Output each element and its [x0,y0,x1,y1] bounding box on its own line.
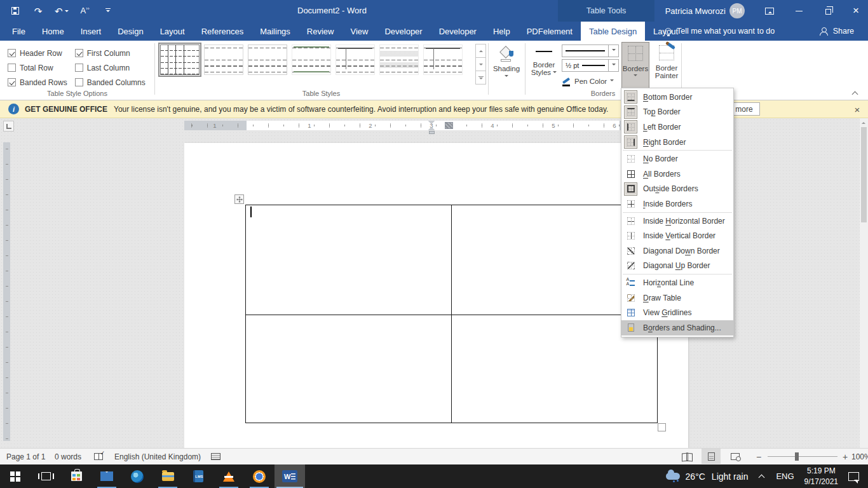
menu-item-bottom-border[interactable]: Bottom Border [621,90,733,105]
save-button[interactable] [9,3,22,18]
zoom-level[interactable]: 100% [851,449,868,464]
line-style-combobox[interactable] [562,44,619,57]
ribbon-display-options-button[interactable] [759,0,780,22]
share-button[interactable]: Share [820,22,854,41]
tab-references[interactable]: References [193,22,252,41]
line-style-dropdown-button[interactable] [608,45,618,57]
style-option-first-column[interactable]: First Column [75,46,146,60]
vertical-scrollbar[interactable] [860,118,868,448]
customize-qat-button[interactable] [102,3,114,18]
table-style-thumbnail-plain[interactable] [204,44,243,75]
table-style-thumbnail-grid[interactable] [160,44,200,75]
undo-button[interactable]: ↶ [55,3,69,18]
menu-item-horizontal-line[interactable]: Horizontal Line [621,275,733,290]
language-indicator[interactable]: English (United Kingdom) [114,449,201,464]
gallery-scroll-up-button[interactable] [475,44,486,58]
read-mode-button[interactable] [677,449,696,464]
menu-item-outside-borders[interactable]: Outside Borders [621,182,733,197]
macro-recording-button[interactable] [211,449,220,464]
table-style-thumbnail-banded[interactable] [379,44,419,75]
menu-item-draw-table[interactable]: Draw Table [621,290,733,306]
line-weight-dropdown-button[interactable] [608,60,618,71]
taskbar-browser-button[interactable] [244,464,275,488]
taskbar-word-button[interactable]: W [275,464,305,488]
tab-developer[interactable]: Developer [376,22,430,41]
tab-layout[interactable]: Layout [152,22,193,41]
print-layout-button[interactable] [702,449,721,464]
tab-help[interactable]: Help [485,22,519,41]
horizontal-ruler[interactable]: 1123456 [184,121,688,130]
menu-item-top-border[interactable]: Top Border [621,105,733,120]
table-style-thumbnail-plain-dense[interactable] [248,44,287,75]
checkbox-banded-columns[interactable] [75,78,83,86]
menu-item-no-border[interactable]: No Border [621,151,733,166]
show-hidden-icons-button[interactable] [759,474,764,479]
taskbar-vlc-button[interactable] [214,464,244,488]
clock[interactable]: 5:19 PM 9/17/2021 [804,466,838,486]
style-option-last-column[interactable]: Last Column [75,60,146,75]
table-style-thumbnail-header-left[interactable] [336,44,375,75]
proofing-button[interactable] [94,449,103,464]
tab-developer[interactable]: Developer [431,22,485,41]
style-option-banded-rows[interactable]: Banded Rows [8,75,67,90]
menu-item-all-borders[interactable]: All Borders [621,166,733,182]
zoom-slider-thumb[interactable] [795,452,799,461]
checkbox-header-row[interactable] [8,49,16,57]
checkbox-first-column[interactable] [75,49,83,57]
web-layout-button[interactable] [726,449,745,464]
border-styles-button[interactable]: Border Styles [529,44,559,97]
page-indicator[interactable]: Page 1 of 1 [6,449,45,464]
taskbar-store-button[interactable] [61,464,92,488]
table-column-divider[interactable] [451,205,452,423]
taskbar-start-button[interactable] [0,464,31,488]
style-option-banded-columns[interactable]: Banded Columns [75,75,146,90]
action-center-icon[interactable] [848,472,859,481]
checkbox-last-column[interactable] [75,64,83,72]
tab-home[interactable]: Home [34,22,72,41]
gallery-scroll-down-button[interactable] [475,57,486,71]
tab-insert[interactable]: Insert [72,22,110,41]
taskbar-edge-button[interactable] [122,464,153,488]
menu-item-borders-and-shading[interactable]: Borders and Shading... [621,320,733,336]
tab-table-design[interactable]: Table Design [581,22,645,41]
weather-widget[interactable]: 26°C Light rain [686,471,749,482]
taskbar-file-explorer-button[interactable] [153,464,183,488]
input-language-indicator[interactable]: ENG [776,471,794,481]
menu-item-diagonal-up-border[interactable]: Diagonal Up Border [621,259,733,274]
tell-me-box[interactable]: Tell me what you want to do [665,22,775,41]
zoom-slider-track[interactable] [768,456,837,457]
pen-color-button[interactable]: Pen Color [562,75,614,88]
tab-review[interactable]: Review [299,22,342,41]
read-aloud-button[interactable]: A›› [79,3,92,18]
table-row-divider[interactable] [245,315,657,315]
user-avatar[interactable]: PM [729,3,745,18]
menu-item-inside-vertical-border[interactable]: Inside Vertical Border [621,228,733,243]
zoom-in-button[interactable]: + [843,449,848,464]
table-style-thumbnail-header-left-2[interactable] [423,44,463,75]
menu-item-right-border[interactable]: Right Border [621,135,733,150]
document-page[interactable] [184,143,688,448]
menu-item-left-border[interactable]: Left Border [621,119,733,135]
checkbox-total-row[interactable] [8,64,16,72]
style-option-total-row[interactable]: Total Row [8,60,67,75]
indent-markers[interactable] [428,121,435,134]
tab-view[interactable]: View [342,22,376,41]
checkbox-banded-rows[interactable] [8,78,16,86]
menu-item-inside-borders[interactable]: Inside Borders [621,196,733,212]
tab-selector-box[interactable] [3,121,14,132]
line-weight-combobox[interactable]: ½ pt [562,59,619,72]
table-resize-handle[interactable] [658,423,666,431]
word-count[interactable]: 0 words [55,449,81,464]
vertical-ruler[interactable] [3,142,10,441]
tab-file[interactable]: File [4,22,34,41]
table-style-thumbnail-lines[interactable] [292,44,331,75]
tab-mailings[interactable]: Mailings [252,22,299,41]
scrollbar-thumb[interactable] [861,127,867,222]
collapse-ribbon-button[interactable] [851,91,859,96]
table-move-handle[interactable] [234,194,244,204]
taskbar-mail-button[interactable] [92,464,122,488]
menu-item-view-gridlines[interactable]: View Gridlines [621,305,733,320]
shading-button[interactable]: Shading [489,44,524,97]
taskbar-task-view-button[interactable] [31,464,61,488]
menu-item-diagonal-down-border[interactable]: Diagonal Down Border [621,243,733,259]
